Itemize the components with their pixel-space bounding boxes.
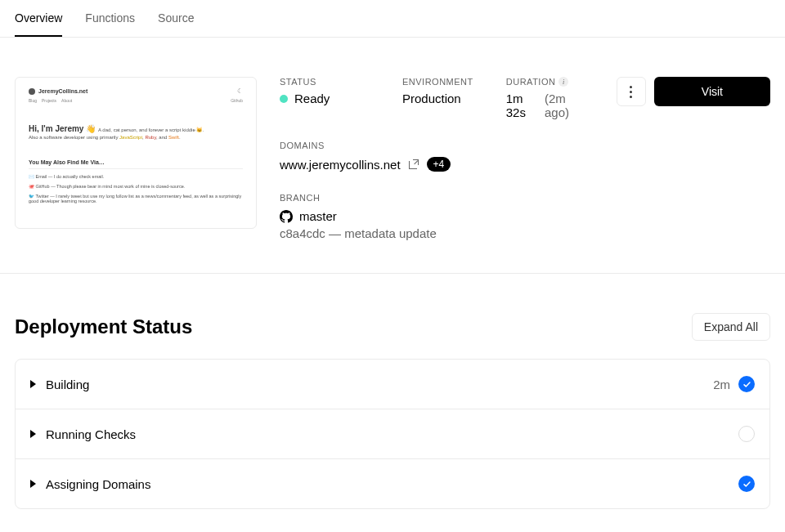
github-icon [280, 210, 293, 223]
empty-circle-icon [738, 426, 755, 442]
more-vertical-icon [630, 86, 632, 98]
site-name: JeremyCollins.net [38, 88, 87, 94]
tab-source[interactable]: Source [158, 12, 194, 37]
more-actions-button[interactable] [617, 77, 646, 106]
tab-overview[interactable]: Overview [15, 12, 62, 37]
info-icon[interactable]: i [558, 77, 568, 87]
deployment-status-section: Deployment Status Expand All Building 2m… [0, 274, 785, 532]
caret-right-icon [30, 480, 36, 488]
domains-more-pill[interactable]: +4 [427, 157, 451, 172]
pv-nav-github: Github [231, 98, 243, 103]
duration-ago: (2m ago) [545, 92, 584, 119]
environment-value: Production [402, 92, 473, 105]
deployment-tabs: Overview Functions Source [0, 0, 785, 38]
caret-right-icon [30, 430, 36, 438]
environment-label: ENVIRONMENT [402, 77, 473, 87]
domains-label: DOMAINS [280, 141, 770, 150]
branch-label: BRANCH [280, 193, 770, 203]
check-circle-icon [738, 376, 755, 392]
domain-link[interactable]: www.jeremycollins.net [280, 158, 401, 172]
visit-button[interactable]: Visit [654, 77, 770, 106]
external-link-icon [409, 159, 419, 169]
pv-item-github: 🐙 GitHub — Though please bear in mind mo… [29, 184, 243, 189]
pv-nav-blog: Blog [29, 98, 37, 103]
step-running-checks[interactable]: Running Checks [16, 409, 769, 459]
site-logo-icon [29, 88, 35, 95]
deployment-summary: JeremyCollins.net ☾ Blog Projects About … [0, 38, 785, 274]
pv-nav-about: About [61, 98, 72, 103]
moon-icon: ☾ [237, 87, 243, 95]
status-value: Ready [294, 92, 330, 105]
pv-also-title: You May Also Find Me Via… [29, 159, 243, 169]
step-building[interactable]: Building 2m [16, 360, 769, 409]
pv-nav-projects: Projects [42, 98, 56, 103]
expand-all-button[interactable]: Expand All [692, 313, 770, 341]
branch-name[interactable]: master [299, 209, 337, 223]
pv-item-email: ✉️ Email — I do actually check email. [29, 174, 243, 179]
step-assigning-domains[interactable]: Assigning Domains [16, 459, 769, 508]
commit-info[interactable]: c8a4cdc — metadata update [280, 226, 770, 240]
pv-hello: Hi, I'm Jeremy 👋 [29, 124, 96, 133]
check-circle-icon [738, 476, 755, 492]
step-building-time: 2m [713, 378, 730, 391]
pv-hello-sub: A dad, cat person, and forever a script … [98, 127, 204, 132]
caret-right-icon [30, 380, 36, 388]
tab-functions[interactable]: Functions [85, 12, 135, 37]
duration-label: DURATION [506, 77, 556, 87]
deployment-status-title: Deployment Status [15, 315, 192, 338]
pv-item-twitter: 🐦 Twitter — I rarely tweet but use my lo… [29, 194, 243, 203]
deployment-preview[interactable]: JeremyCollins.net ☾ Blog Projects About … [15, 77, 257, 229]
duration-value: 1m 32s [506, 92, 538, 119]
status-label: STATUS [280, 77, 370, 87]
status-dot-icon [280, 95, 288, 103]
